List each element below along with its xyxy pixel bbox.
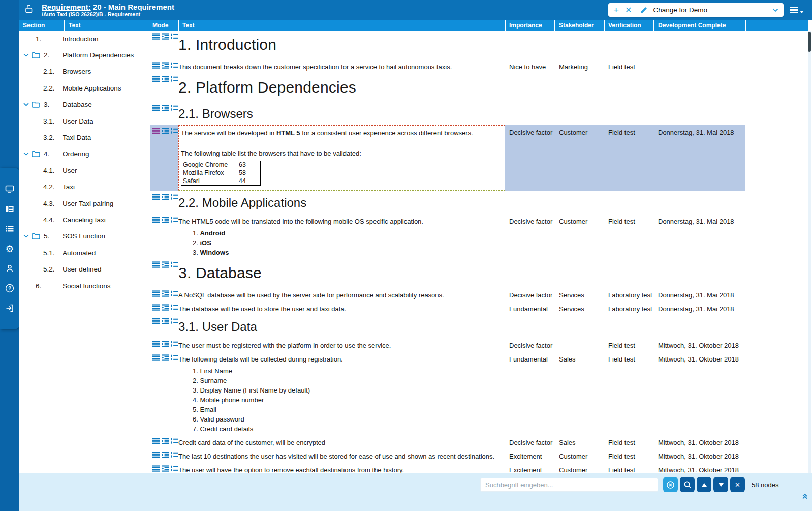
development-complete-cell[interactable]: Mittwoch, 31. Oktober 2018 <box>654 338 745 352</box>
lock-icon[interactable] <box>24 4 34 16</box>
mode-justify-icon[interactable] <box>152 341 160 347</box>
verification-cell[interactable]: Field test <box>604 125 654 191</box>
table-row[interactable]: The HTML5 code will be translated into t… <box>150 214 808 259</box>
document-reader-icon[interactable] <box>5 204 15 214</box>
verification-cell[interactable] <box>604 73 654 102</box>
chevron-down-icon[interactable] <box>23 53 29 57</box>
importance-cell[interactable]: Decisive factor <box>505 288 555 302</box>
requirement-text-cell[interactable]: The following details will be collected … <box>178 352 505 435</box>
requirement-text-cell[interactable]: The user will have the option to remove … <box>178 463 505 473</box>
requirement-text-cell[interactable]: The database will be used to store the u… <box>178 302 505 315</box>
verification-cell[interactable]: Laboratory test <box>604 288 654 302</box>
table-row[interactable]: The last 10 destinations the user has vi… <box>150 449 808 463</box>
mode-justify-icon[interactable] <box>152 354 160 361</box>
table-row[interactable]: The database will be used to store the u… <box>150 302 808 315</box>
monitor-icon[interactable] <box>5 184 15 194</box>
mode-indent-icon[interactable] <box>162 194 169 200</box>
stakeholder-cell[interactable]: Marketing <box>555 59 604 73</box>
tree-row[interactable]: 4.4. Canceling taxi <box>19 212 146 228</box>
mode-indent-icon[interactable] <box>162 33 169 40</box>
stakeholder-cell[interactable] <box>555 191 604 214</box>
stakeholder-cell[interactable]: Sales <box>555 435 604 449</box>
mode-numbered-list-icon[interactable] <box>171 128 178 134</box>
development-complete-cell[interactable]: Mittwoch, 31. Oktober 2018 <box>654 352 745 435</box>
mode-numbered-list-icon[interactable] <box>171 354 178 361</box>
close-search-button[interactable]: ✕ <box>730 477 745 492</box>
mode-numbered-list-icon[interactable] <box>171 261 178 268</box>
verification-cell[interactable] <box>604 31 654 59</box>
development-complete-cell[interactable]: Mittwoch, 31. Oktober 2018 <box>654 435 745 449</box>
mode-numbered-list-icon[interactable] <box>171 217 178 223</box>
search-button[interactable] <box>680 477 695 492</box>
table-row[interactable]: 3.1. User Data <box>150 315 808 338</box>
verification-cell[interactable]: Field test <box>604 435 654 449</box>
importance-cell[interactable]: Fundamental <box>505 302 555 315</box>
development-complete-cell[interactable] <box>654 191 745 214</box>
verification-cell[interactable] <box>604 315 654 338</box>
mode-justify-icon[interactable] <box>152 290 160 297</box>
baseline-select[interactable]: + ✕ Change for Demo <box>608 3 784 17</box>
table-row[interactable]: 2.1. Browsers <box>150 102 808 125</box>
mode-indent-icon[interactable] <box>162 438 169 444</box>
list-icon[interactable] <box>5 224 15 234</box>
tree-row[interactable]: 2. Platform Dependencies <box>19 47 146 63</box>
development-complete-cell[interactable] <box>654 315 745 338</box>
chevron-down-icon[interactable] <box>23 152 29 156</box>
tree-row[interactable]: 5.1. Automated <box>19 245 146 261</box>
mode-indent-icon[interactable] <box>162 304 169 311</box>
stakeholder-cell[interactable] <box>555 102 604 125</box>
mode-justify-icon[interactable] <box>152 62 160 69</box>
importance-cell[interactable] <box>505 191 555 214</box>
table-row[interactable]: Credit card data of the customer, will b… <box>150 435 808 449</box>
verification-cell[interactable]: Field test <box>604 449 654 463</box>
mode-numbered-list-icon[interactable] <box>171 438 178 444</box>
tree-row[interactable]: 5. SOS Function <box>19 228 146 245</box>
table-row[interactable]: 1. Introduction <box>150 31 808 59</box>
stakeholder-cell[interactable] <box>555 73 604 102</box>
requirement-text-cell[interactable]: The user must be registered with the pla… <box>178 338 505 352</box>
verification-cell[interactable] <box>604 191 654 214</box>
mode-numbered-list-icon[interactable] <box>171 290 178 297</box>
importance-cell[interactable]: Decisive factor <box>505 435 555 449</box>
chevron-down-icon[interactable] <box>23 103 29 106</box>
requirement-text-cell[interactable]: This document breaks down the customer s… <box>178 59 505 73</box>
mode-justify-icon[interactable] <box>152 217 160 223</box>
stakeholder-cell[interactable]: Customer <box>555 463 604 473</box>
development-complete-cell[interactable] <box>654 31 745 59</box>
main-scrollbar-thumb[interactable] <box>808 32 811 52</box>
table-row[interactable]: The following details will be collected … <box>150 352 808 435</box>
user-icon[interactable] <box>5 263 15 274</box>
verification-cell[interactable]: Field test <box>604 214 654 259</box>
requirement-text-cell[interactable]: A NoSQL database will be used by the ser… <box>178 288 505 302</box>
table-row[interactable]: This document breaks down the customer s… <box>150 59 808 73</box>
importance-cell[interactable] <box>505 259 555 288</box>
stakeholder-cell[interactable]: Customer <box>555 125 604 191</box>
mode-justify-icon[interactable] <box>152 452 160 458</box>
table-row[interactable]: The service will be developed in HTML 5 … <box>150 125 808 191</box>
importance-cell[interactable] <box>505 73 555 102</box>
development-complete-cell[interactable] <box>654 73 745 102</box>
verification-cell[interactable]: Field test <box>604 463 654 473</box>
development-complete-cell[interactable]: Mittwoch, 31. Oktober 2018 <box>654 463 745 473</box>
tree-row[interactable]: 2.1. Browsers <box>19 64 146 80</box>
stakeholder-cell[interactable] <box>555 338 604 352</box>
requirement-text-cell[interactable]: The HTML5 code will be translated into t… <box>178 214 505 259</box>
mode-numbered-list-icon[interactable] <box>171 105 178 111</box>
tree-row[interactable]: 2.2. Mobile Applications <box>19 80 146 96</box>
table-row[interactable]: The user will have the option to remove … <box>150 463 808 473</box>
mode-justify-icon[interactable] <box>152 128 160 134</box>
stakeholder-cell[interactable] <box>555 31 604 59</box>
mode-indent-icon[interactable] <box>162 105 169 111</box>
development-complete-cell[interactable] <box>654 259 745 288</box>
table-row[interactable]: 2.2. Mobile Applications <box>150 191 808 214</box>
importance-cell[interactable] <box>505 315 555 338</box>
mode-indent-icon[interactable] <box>162 62 169 69</box>
development-complete-cell[interactable] <box>654 59 745 73</box>
clear-highlight-button[interactable] <box>663 477 678 492</box>
mode-numbered-list-icon[interactable] <box>171 33 178 40</box>
remove-baseline-button[interactable]: ✕ <box>625 6 632 14</box>
importance-cell[interactable] <box>505 31 555 59</box>
menu-button[interactable] <box>790 7 804 14</box>
stakeholder-cell[interactable]: Services <box>555 288 604 302</box>
requirement-text-cell[interactable]: The service will be developed in HTML 5 … <box>178 125 505 191</box>
